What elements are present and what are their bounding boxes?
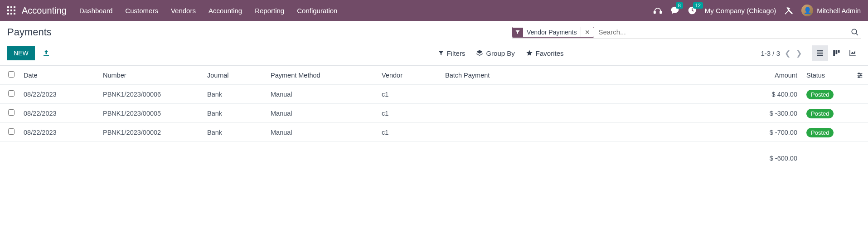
total-row: $ -600.00 <box>0 142 868 168</box>
favorites-label: Favorites <box>536 49 564 57</box>
menu-accounting[interactable]: Accounting <box>209 7 242 15</box>
select-all-checkbox[interactable] <box>8 71 15 78</box>
svg-rect-5 <box>14 10 15 11</box>
view-kanban[interactable] <box>828 45 844 61</box>
row-checkbox[interactable] <box>8 90 15 97</box>
cell-amount: $ 400.00 <box>747 85 802 104</box>
svg-rect-14 <box>44 55 49 56</box>
col-amount[interactable]: Amount <box>747 66 802 85</box>
row-checkbox[interactable] <box>8 109 15 116</box>
control-panel: Payments Vendor Payments ✕ NEW <box>0 21 868 65</box>
cell-journal: Bank <box>203 123 266 142</box>
col-number[interactable]: Number <box>98 66 203 85</box>
cell-vendor: c1 <box>377 123 441 142</box>
svg-point-26 <box>858 76 860 78</box>
table-row[interactable]: 08/22/2023 PBNK1/2023/00006 Bank Manual … <box>0 85 868 104</box>
table-header-row: Date Number Journal Payment Method Vendo… <box>0 66 868 85</box>
status-badge: Posted <box>806 128 834 137</box>
filters-label: Filters <box>447 49 466 57</box>
page-title: Payments <box>7 26 52 38</box>
svg-rect-4 <box>10 10 12 11</box>
col-status[interactable]: Status <box>802 66 852 85</box>
menu-configuration[interactable]: Configuration <box>297 7 337 15</box>
filters-button[interactable]: Filters <box>438 49 466 57</box>
svg-point-22 <box>858 73 860 74</box>
col-journal[interactable]: Journal <box>203 66 266 85</box>
svg-rect-2 <box>14 6 15 8</box>
menu-dashboard[interactable]: Dashboard <box>79 7 112 15</box>
activities-badge: 12 <box>693 2 703 9</box>
new-button[interactable]: NEW <box>7 46 35 60</box>
groupby-label: Group By <box>486 49 514 57</box>
col-date[interactable]: Date <box>19 66 98 85</box>
menu-vendors[interactable]: Vendors <box>171 7 196 15</box>
user-name: Mitchell Admin <box>817 7 861 15</box>
table-row[interactable]: 08/22/2023 PBNK1/2023/00002 Bank Manual … <box>0 123 868 142</box>
user-menu[interactable]: 👤 Mitchell Admin <box>801 5 861 16</box>
cell-number: PBNK1/2023/00002 <box>98 123 203 142</box>
table-row[interactable]: 08/22/2023 PBNK1/2023/00005 Bank Manual … <box>0 104 868 123</box>
facet-remove[interactable]: ✕ <box>581 27 594 37</box>
svg-rect-16 <box>817 53 823 54</box>
facet-label: Vendor Payments <box>523 27 581 37</box>
svg-rect-20 <box>838 50 840 53</box>
view-switcher <box>812 45 861 61</box>
pager-range[interactable]: 1-3 / 3 <box>761 49 780 57</box>
app-name[interactable]: Accounting <box>22 5 67 16</box>
cell-vendor: c1 <box>377 85 441 104</box>
upload-button[interactable] <box>42 49 50 57</box>
cell-date: 08/22/2023 <box>19 104 98 123</box>
avatar: 👤 <box>801 5 813 16</box>
view-list[interactable] <box>812 45 828 61</box>
svg-rect-18 <box>833 50 835 56</box>
cell-batch <box>441 104 747 123</box>
list-view: Date Number Journal Payment Method Vendo… <box>0 65 868 167</box>
svg-rect-17 <box>817 55 823 56</box>
menu-reporting[interactable]: Reporting <box>255 7 284 15</box>
status-badge: Posted <box>806 109 834 118</box>
svg-rect-15 <box>817 50 823 51</box>
activities-icon[interactable]: 12 <box>688 6 697 15</box>
pager-next[interactable]: ❯ <box>795 49 803 58</box>
cell-vendor: c1 <box>377 104 441 123</box>
cell-journal: Bank <box>203 85 266 104</box>
cell-method: Manual <box>266 123 377 142</box>
svg-line-13 <box>856 33 858 35</box>
debug-icon[interactable] <box>784 6 793 15</box>
top-nav: Accounting Dashboard Customers Vendors A… <box>0 0 868 21</box>
col-batch[interactable]: Batch Payment <box>441 66 747 85</box>
apps-icon[interactable] <box>7 6 15 15</box>
svg-rect-10 <box>660 11 661 14</box>
cell-amount: $ -300.00 <box>747 104 802 123</box>
pager-prev[interactable]: ❮ <box>784 49 791 58</box>
svg-rect-0 <box>7 6 9 8</box>
menu-customers[interactable]: Customers <box>125 7 158 15</box>
view-graph[interactable] <box>844 45 861 61</box>
svg-rect-1 <box>10 6 12 8</box>
search-facet: Vendor Payments ✕ <box>512 27 594 38</box>
support-icon[interactable] <box>653 6 662 15</box>
cell-method: Manual <box>266 85 377 104</box>
groupby-button[interactable]: Group By <box>476 49 514 57</box>
search-icon[interactable] <box>849 26 861 38</box>
cell-date: 08/22/2023 <box>19 85 98 104</box>
col-vendor[interactable]: Vendor <box>377 66 441 85</box>
svg-rect-19 <box>836 50 838 54</box>
search-input[interactable] <box>597 25 849 39</box>
company-selector[interactable]: My Company (Chicago) <box>705 7 776 15</box>
col-settings[interactable] <box>852 66 868 85</box>
svg-point-24 <box>860 74 862 76</box>
filter-icon <box>512 28 523 37</box>
cell-amount: $ -700.00 <box>747 123 802 142</box>
total-amount: $ -600.00 <box>747 142 802 168</box>
favorites-button[interactable]: Favorites <box>526 49 564 57</box>
col-method[interactable]: Payment Method <box>266 66 377 85</box>
svg-rect-7 <box>10 13 12 15</box>
cell-batch <box>441 123 747 142</box>
messages-icon[interactable]: 8 <box>670 6 679 15</box>
svg-rect-6 <box>7 13 9 15</box>
cell-date: 08/22/2023 <box>19 123 98 142</box>
row-checkbox[interactable] <box>8 128 15 135</box>
search-bar[interactable]: Vendor Payments ✕ <box>512 25 861 39</box>
svg-rect-9 <box>654 11 655 14</box>
